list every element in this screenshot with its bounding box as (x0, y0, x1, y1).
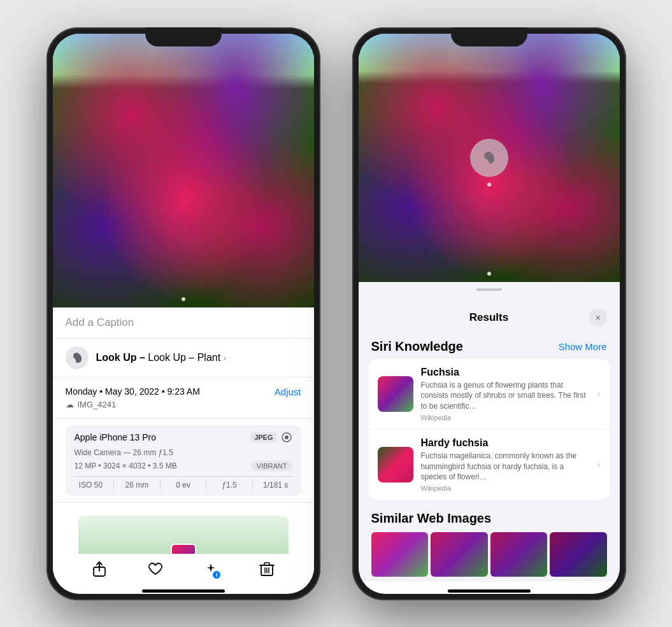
results-panel: Results × Siri Knowledge Show More Fu (359, 282, 620, 582)
hardy-thumbnail (378, 447, 413, 483)
hardy-chevron: › (597, 459, 600, 470)
favorite-button[interactable] (147, 560, 164, 578)
meta-filename-row: ☁ IMG_4241 (66, 400, 301, 409)
fuchsia-content: Fuchsia Fuchsia is a genus of flowering … (421, 367, 592, 421)
web-image-3[interactable] (490, 532, 548, 577)
meta-row1: Monday • May 30, 2022 • 9:23 AM Adjust (66, 386, 301, 397)
svg-point-2 (285, 435, 289, 439)
exif-divider (113, 481, 114, 490)
info-button[interactable]: i (202, 560, 220, 578)
lookup-label-bold: Look Up – (96, 352, 148, 363)
exif-row: ISO 50 26 mm 0 ev ƒ1.5 1/181 s (75, 476, 292, 490)
left-phone-screen: Add a Caption Look Up – Look Up – Plant … (53, 34, 314, 594)
leaf-icon (70, 351, 84, 365)
drag-handle[interactable] (476, 288, 502, 291)
camera-badges: JPEG (250, 432, 292, 443)
camera-section: Apple iPhone 13 Pro JPEG Wide Camera — 2… (66, 425, 301, 496)
lookup-plant: Look Up – Plant (148, 352, 220, 363)
web-images-title: Similar Web Images (371, 511, 607, 526)
meta-section: Monday • May 30, 2022 • 9:23 AM Adjust ☁… (53, 377, 314, 419)
left-phone: Add a Caption Look Up – Look Up – Plant … (46, 27, 320, 600)
siri-knowledge-title: Siri Knowledge (371, 339, 463, 354)
siri-dot (487, 183, 491, 187)
exif-divider4 (252, 481, 253, 490)
bottom-toolbar: i (53, 554, 314, 578)
results-title: Results (389, 311, 589, 324)
exif-ev: 0 ev (167, 481, 200, 490)
trash-icon (259, 561, 275, 577)
right-phone-screen: Results × Siri Knowledge Show More Fu (359, 34, 620, 594)
delete-button[interactable] (258, 560, 276, 578)
camera-lens: Wide Camera — 26 mm ƒ1.5 (75, 448, 292, 457)
vibrant-badge: VIBRANT (252, 461, 292, 471)
knowledge-item-fuchsia[interactable]: Fuchsia Fuchsia is a genus of flowering … (369, 359, 610, 430)
exif-mm: 26 mm (120, 481, 154, 490)
fuchsia-source: Wikipedia (421, 414, 592, 421)
lookup-icon (66, 346, 89, 369)
flower-photo (53, 34, 314, 307)
exif-iso: ISO 50 (75, 481, 108, 490)
exif-divider3 (206, 481, 206, 490)
camera-model: Apple iPhone 13 Pro (75, 432, 156, 442)
exif-shutter: 1/181 s (259, 481, 292, 490)
filename-text: IMG_4241 (78, 400, 117, 409)
fuchsia-chevron: › (597, 388, 600, 400)
share-button[interactable] (90, 560, 108, 578)
share-icon (91, 561, 108, 577)
jpeg-badge: JPEG (250, 432, 276, 442)
right-page-indicator (487, 272, 491, 276)
left-photo-area[interactable] (53, 34, 314, 307)
caption-placeholder[interactable]: Add a Caption (66, 316, 134, 328)
hardy-content: Hardy fuchsia Fuchsia magellanica, commo… (421, 437, 592, 492)
close-button[interactable]: × (589, 309, 607, 327)
camera-resolution-row: 12 MP • 3024 × 4032 • 3.5 MB VIBRANT (75, 461, 292, 471)
phones-container: Add a Caption Look Up – Look Up – Plant … (46, 27, 626, 600)
right-phone: Results × Siri Knowledge Show More Fu (352, 27, 626, 600)
meta-datetime: Monday • May 30, 2022 • 9:23 AM (66, 386, 200, 397)
cloud-icon: ☁ (66, 400, 74, 409)
siri-leaf-icon (480, 148, 499, 167)
lookup-chevron: › (223, 353, 226, 363)
exif-f: ƒ1.5 (213, 481, 246, 490)
knowledge-card: Fuchsia Fuchsia is a genus of flowering … (369, 359, 610, 500)
heart-icon (147, 561, 164, 577)
camera-model-row: Apple iPhone 13 Pro JPEG (75, 432, 292, 443)
exif-divider2 (160, 481, 161, 490)
svg-rect-7 (264, 563, 269, 565)
fuchsia-desc: Fuchsia is a genus of flowering plants t… (421, 380, 592, 412)
lookup-row[interactable]: Look Up – Look Up – Plant › (53, 339, 314, 377)
home-indicator-right (448, 589, 531, 593)
info-badge: i (212, 570, 221, 579)
meta-adjust-button[interactable]: Adjust (275, 386, 301, 397)
siri-button[interactable] (470, 139, 508, 177)
web-image-4[interactable] (550, 532, 607, 577)
lookup-text: Look Up – Look Up – Plant (96, 352, 221, 363)
knowledge-item-hardy[interactable]: Hardy fuchsia Fuchsia magellanica, commo… (369, 430, 610, 500)
fuchsia-name: Fuchsia (421, 367, 592, 378)
fuchsia-thumbnail (378, 376, 413, 412)
caption-area[interactable]: Add a Caption (53, 307, 314, 339)
hardy-desc: Fuchsia magellanica, commonly known as t… (421, 451, 592, 483)
results-header: Results × (359, 300, 620, 334)
siri-knowledge-header: Siri Knowledge Show More (359, 334, 620, 359)
close-icon: × (595, 313, 600, 323)
home-indicator-left (142, 589, 225, 593)
web-image-2[interactable] (431, 532, 488, 577)
hardy-source: Wikipedia (421, 484, 592, 492)
location-icon (281, 432, 292, 443)
web-images-section: Similar Web Images (359, 506, 620, 582)
show-more-button[interactable]: Show More (559, 341, 607, 352)
drag-handle-container (359, 282, 620, 291)
hardy-name: Hardy fuchsia (421, 437, 592, 449)
web-images-grid (371, 532, 607, 577)
camera-resolution: 12 MP • 3024 × 4032 • 3.5 MB (75, 461, 177, 470)
right-photo-area (359, 34, 620, 282)
web-image-1[interactable] (371, 532, 429, 577)
page-indicator (182, 297, 185, 301)
info-badge-label: i (216, 572, 218, 578)
